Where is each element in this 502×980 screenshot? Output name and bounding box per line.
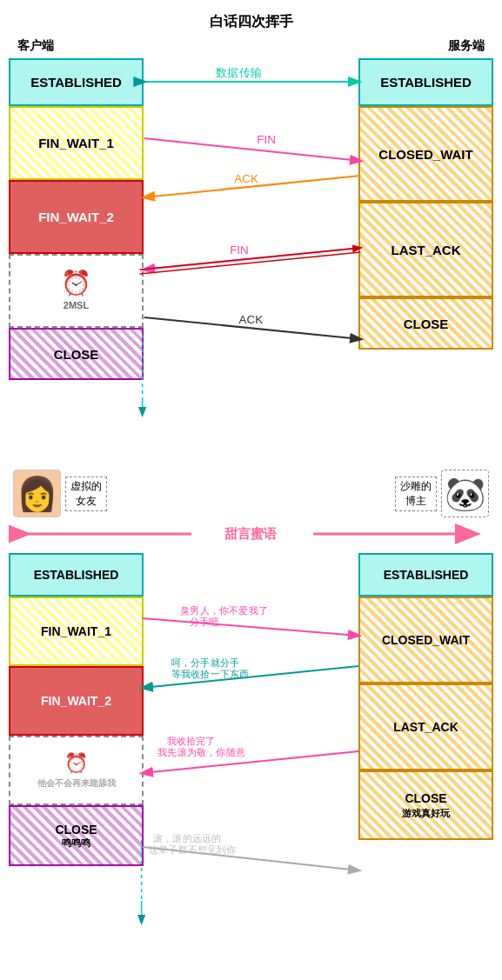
client-established: ESTABLISHED — [9, 58, 144, 106]
svg-text:分手吧: 分手吧 — [190, 617, 219, 627]
panda-avatar: 🐼 — [441, 470, 489, 517]
svg-line-12 — [140, 248, 361, 270]
full-diagram: 白话四次挥手 客户端 服务端 ESTABLISHED FIN_WAIT_1 FI… — [0, 0, 502, 980]
svg-line-13 — [140, 252, 361, 274]
bottom-columns: ESTABLISHED FIN_WAIT_1 FIN_WAIT_2 ⏰ 他会不会… — [0, 553, 502, 979]
server-closed-wait: CLOSED_WAIT — [358, 106, 493, 202]
svg-text:臭男人，你不爱我了: 臭男人，你不爱我了 — [180, 605, 268, 616]
svg-text:FIN: FIN — [230, 243, 249, 257]
top-diagram: 白话四次挥手 客户端 服务端 ESTABLISHED FIN_WAIT_1 FI… — [0, 9, 502, 452]
svg-line-6 — [144, 248, 361, 270]
bottom-diagram: 👩 虚拟的女友 沙雕的博主 🐼 — [0, 470, 502, 980]
bottom-client-close: CLOSE 鸣鸣鸣 — [9, 805, 144, 866]
server-label: 服务端 — [448, 38, 485, 54]
svg-line-23 — [143, 751, 359, 773]
bottom-client-fin-wait1: FIN_WAIT_1 — [9, 597, 144, 666]
svg-text:滚，滚的远远的: 滚，滚的远远的 — [153, 833, 221, 843]
svg-text:甜言蜜语: 甜言蜜语 — [224, 526, 278, 541]
svg-text:等我收拾一下东西: 等我收拾一下东西 — [171, 669, 250, 679]
svg-line-2 — [144, 138, 361, 161]
bottom-client-established: ESTABLISHED — [9, 553, 144, 597]
server-established: ESTABLISHED — [358, 58, 493, 106]
svg-text:我收拾完了: 我收拾完了 — [167, 736, 216, 746]
avatar-right-container: 沙雕的博主 🐼 — [395, 470, 489, 517]
svg-text:这辈子都不想见到你: 这辈子都不想见到你 — [149, 844, 237, 855]
svg-text:ACK: ACK — [239, 313, 264, 326]
svg-text:数据传输: 数据传输 — [216, 66, 262, 79]
svg-line-4 — [144, 176, 361, 197]
panda-label: 沙雕的博主 — [395, 477, 437, 511]
client-fin-wait1: FIN_WAIT_1 — [9, 106, 144, 180]
svg-line-20 — [143, 666, 359, 688]
top-labels: 客户端 服务端 — [0, 38, 502, 54]
clock-icon: ⏰ — [61, 271, 91, 296]
client-2msl: ⏰ 2MSL — [9, 254, 144, 328]
bottom-server-last-ack: LAST_ACK — [358, 683, 493, 770]
top-title: 白话四次挥手 — [0, 9, 502, 38]
bottom-server-col: ESTABLISHED CLOSED_WAIT LAST_ACK CLOSE 游… — [358, 553, 493, 979]
server-last-ack: LAST_ACK — [358, 202, 493, 297]
client-close: CLOSE — [9, 328, 144, 380]
client-label: 客户端 — [17, 38, 54, 54]
bottom-client-2msl: ⏰ 他会不会再来跪舔我 — [9, 736, 144, 805]
girl-avatar: 👩 — [13, 470, 61, 517]
msl-label: 2MSL — [64, 300, 89, 310]
svg-text:ACK: ACK — [234, 172, 258, 185]
bottom-server-close: CLOSE 游戏真好玩 — [358, 770, 493, 840]
top-columns: ESTABLISHED FIN_WAIT_1 FIN_WAIT_2 ⏰ 2MSL… — [0, 58, 502, 432]
server-close: CLOSE — [358, 297, 493, 350]
girl-label: 虚拟的女友 — [65, 477, 107, 511]
avatar-left-container: 👩 虚拟的女友 — [13, 470, 107, 517]
svg-line-17 — [143, 618, 359, 636]
client-col: ESTABLISHED FIN_WAIT_1 FIN_WAIT_2 ⏰ 2MSL… — [9, 58, 144, 432]
svg-text:FIN: FIN — [257, 133, 276, 146]
bottom-client-col: ESTABLISHED FIN_WAIT_1 FIN_WAIT_2 ⏰ 他会不会… — [9, 553, 144, 979]
bottom-client-fin-wait2: FIN_WAIT_2 — [9, 666, 144, 736]
bottom-server-closed-wait: CLOSED_WAIT — [358, 597, 493, 683]
svg-line-8 — [144, 317, 361, 339]
client-fin-wait2: FIN_WAIT_2 — [9, 180, 144, 254]
svg-text:我先滚为敬，你随意: 我先滚为敬，你随意 — [157, 747, 245, 757]
svg-text:呵，分手就分手: 呵，分手就分手 — [171, 657, 239, 668]
svg-line-26 — [143, 847, 359, 870]
bottom-avatars: 👩 虚拟的女友 沙雕的博主 🐼 — [0, 470, 502, 517]
server-col: ESTABLISHED CLOSED_WAIT LAST_ACK CLOSE — [358, 58, 493, 432]
bottom-server-established: ESTABLISHED — [358, 553, 493, 597]
sweet-talk-arrow: 甜言蜜语 — [9, 522, 493, 546]
